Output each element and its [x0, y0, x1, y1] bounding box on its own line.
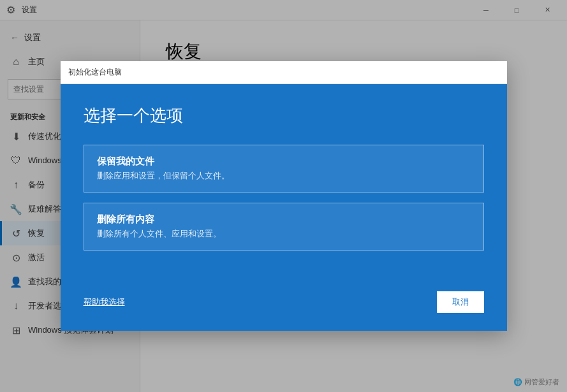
- main-window: ⚙ 设置 ─ □ ✕ ← 设置 ⌂ 主页 更新和安全: [0, 0, 567, 392]
- option1-desc: 删除应用和设置，但保留个人文件。: [97, 170, 471, 182]
- dialog-overlay: 初始化这台电脑 选择一个选项 保留我的文件 删除应用和设置，但保留个人文件。 删…: [0, 0, 567, 392]
- dialog: 初始化这台电脑 选择一个选项 保留我的文件 删除应用和设置，但保留个人文件。 删…: [61, 61, 507, 331]
- dialog-option-remove-all[interactable]: 删除所有内容 删除所有个人文件、应用和设置。: [84, 203, 484, 250]
- option2-desc: 删除所有个人文件、应用和设置。: [97, 228, 471, 240]
- dialog-option-keep-files[interactable]: 保留我的文件 删除应用和设置，但保留个人文件。: [84, 145, 484, 192]
- dialog-footer: 帮助我选择 取消: [61, 281, 507, 331]
- help-link[interactable]: 帮助我选择: [84, 296, 125, 308]
- option1-title: 保留我的文件: [97, 156, 471, 168]
- dialog-body: 选择一个选项 保留我的文件 删除应用和设置，但保留个人文件。 删除所有内容 删除…: [61, 84, 507, 281]
- option2-title: 删除所有内容: [97, 214, 471, 226]
- dialog-titlebar: 初始化这台电脑: [61, 61, 507, 84]
- cancel-button[interactable]: 取消: [437, 291, 484, 313]
- dialog-title: 初始化这台电脑: [68, 67, 122, 78]
- dialog-heading: 选择一个选项: [84, 105, 484, 127]
